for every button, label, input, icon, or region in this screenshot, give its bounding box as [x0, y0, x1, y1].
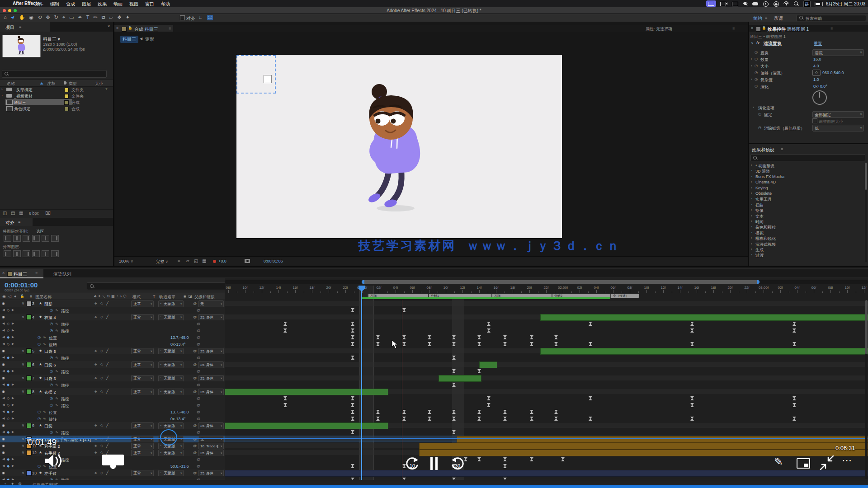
twirl-icon[interactable]: ›	[751, 202, 752, 206]
effects-category-Cinema 4D[interactable]: ›Cinema 4D	[749, 179, 864, 185]
mode-dropdown[interactable]: 正常∨	[131, 422, 154, 429]
keyframe-icon[interactable]	[452, 342, 456, 346]
shy-switch-icon[interactable]: ♣	[94, 376, 97, 380]
keyframe-toggle-icon[interactable]: ◇	[7, 342, 9, 346]
parent-dropdown[interactable]: 25. 身体∨	[198, 361, 224, 368]
graph-icon[interactable]: ∿	[55, 328, 58, 333]
stopwatch-icon[interactable]: ◷	[50, 356, 53, 360]
graph-icon[interactable]: ∿	[55, 322, 58, 326]
layer-colored-bar[interactable]	[419, 443, 868, 450]
property-row-路径[interactable]: ◀◇▶◷∿路径@	[0, 327, 868, 334]
menu-item-动画[interactable]: 动画	[113, 1, 123, 6]
effects-category-文本[interactable]: ›文本	[749, 213, 864, 219]
project-row-_视频素材[interactable]: ›_视频素材文件夹	[0, 93, 113, 99]
mode-dropdown[interactable]: 正常∨	[131, 300, 154, 307]
quality-switch-icon[interactable]: ╱	[106, 444, 108, 448]
effects-category-3D 通道[interactable]: ›3D 通道	[749, 168, 864, 174]
label-color-swatch[interactable]	[26, 389, 32, 394]
parent-dropdown[interactable]: 25. 身体∨	[198, 422, 224, 429]
timeline-tab-menu-icon[interactable]: ≡	[35, 271, 38, 276]
keyframe-icon[interactable]	[561, 457, 565, 461]
property-value[interactable]: 0x-13.4°	[170, 417, 186, 421]
quality-switch-icon[interactable]: ╱	[106, 315, 108, 319]
new-composition-icon[interactable]: ▦	[19, 211, 23, 216]
keyframe-icon[interactable]	[487, 322, 491, 326]
mode-dropdown[interactable]: 正常∨	[131, 389, 154, 395]
keyframe-icon[interactable]	[793, 403, 796, 407]
layer-duration-bar[interactable]	[225, 362, 868, 367]
shy-switch-icon[interactable]: ♣	[94, 349, 97, 353]
pickwhip-icon[interactable]: @	[197, 457, 200, 461]
label-color-swatch[interactable]	[64, 94, 69, 99]
keyframe-toggle-icon[interactable]: ◆	[7, 383, 9, 387]
region-of-interest-icon[interactable]: ◱	[194, 258, 198, 263]
effects-category-模糊和锐化[interactable]: ›模糊和锐化	[749, 235, 864, 241]
twirl-icon[interactable]: ›	[751, 230, 752, 235]
keyframe-icon[interactable]	[351, 403, 354, 407]
speaker-icon[interactable]	[43, 453, 67, 469]
keyframe-toggle-icon[interactable]: ◆	[7, 356, 9, 360]
prev-keyframe-icon[interactable]: ◀	[2, 457, 5, 461]
mode-dropdown[interactable]: 正常∨	[131, 470, 154, 477]
effects-category-Obsolete[interactable]: ›Obsolete	[749, 191, 864, 196]
keyframe-icon[interactable]	[690, 396, 694, 400]
label-color-swatch[interactable]	[64, 100, 69, 105]
keyframe-icon[interactable]	[351, 464, 354, 468]
track-matte-dropdown[interactable]: ◔无蒙版∨	[158, 348, 184, 355]
stopwatch-icon[interactable]: ◷	[758, 126, 761, 130]
keyframe-icon[interactable]	[589, 417, 592, 421]
user-account-icon[interactable]	[773, 0, 779, 7]
keyframe-icon[interactable]	[402, 410, 406, 414]
keyframe-toggle-icon[interactable]: ◆	[7, 430, 9, 434]
property-row-路径[interactable]: ◀◇▶◷∿路径@	[0, 395, 868, 402]
label-color-swatch[interactable]	[26, 450, 32, 455]
stopwatch-icon[interactable]: ◷	[755, 57, 758, 61]
label-color-swatch[interactable]	[64, 107, 69, 111]
layer-row-口袋 3[interactable]: ◉∨7★口袋 3♣◇╱正常∨◔无蒙版∨@25. 身体∨	[0, 375, 868, 381]
next-keyframe-icon[interactable]: ▶	[12, 328, 14, 332]
quality-switch-icon[interactable]: ╱	[106, 376, 108, 380]
keyframe-icon[interactable]	[452, 410, 456, 414]
align-button-5[interactable]	[51, 235, 59, 242]
property-value[interactable]: 50.8,-33.6	[170, 464, 189, 469]
transparency-grid-icon[interactable]: ▦	[202, 258, 206, 263]
quality-switch-icon[interactable]: ╱	[106, 349, 108, 353]
eye-icon[interactable]: ◉	[2, 444, 5, 448]
property-row-路径[interactable]: ◀◆▶◷∿路径@	[0, 368, 868, 375]
next-keyframe-icon[interactable]: ▶	[12, 403, 14, 407]
effects-category-实用工具[interactable]: ›实用工具	[749, 196, 864, 202]
bird-icon[interactable]	[742, 0, 748, 7]
search-icon[interactable]	[793, 0, 799, 7]
keyframe-icon[interactable]	[428, 335, 431, 339]
layer-colored-bar[interactable]	[225, 422, 388, 429]
layer-an​chor-handle[interactable]	[264, 75, 272, 83]
next-keyframe-icon[interactable]: ▶	[12, 410, 14, 413]
twirl-icon[interactable]: ›	[751, 186, 752, 190]
interpret-footage-icon[interactable]: ◫	[3, 211, 7, 216]
tool-9-icon[interactable]: ✒	[78, 14, 82, 20]
keyframe-icon[interactable]	[503, 464, 507, 468]
keyframe-icon[interactable]	[452, 335, 456, 339]
twirl-icon[interactable]: ›	[751, 219, 752, 223]
prev-keyframe-icon[interactable]: ◀	[2, 369, 5, 373]
layer-row-右手掌 2[interactable]: ◉∨11★右手掌 2♣◇╱正常∨◔无蒙版∨@10. Trace 右手1∨	[0, 442, 868, 449]
twirl-icon[interactable]: ›	[751, 64, 752, 68]
mode-dropdown[interactable]: 正常∨	[131, 348, 154, 355]
stopwatch-icon[interactable]: ◷	[755, 70, 758, 75]
keyframe-toggle-icon[interactable]: ◆	[7, 464, 9, 468]
project-row-科目三[interactable]: 科目三合成	[0, 99, 113, 105]
graph-icon[interactable]: ∿	[55, 356, 58, 360]
align-button-4[interactable]	[42, 235, 49, 242]
keyframe-icon[interactable]	[477, 369, 481, 373]
effect-row-大小[interactable]: ›◷大小4.0	[749, 63, 868, 69]
composition-panel-menu-icon[interactable]: ≡	[169, 26, 171, 31]
stopwatch-icon[interactable]: ◷	[38, 342, 41, 346]
stopwatch-icon[interactable]: ◷	[38, 410, 41, 414]
effect-row-置换[interactable]: ◷置换湍流∨	[749, 49, 868, 56]
project-bpc-button[interactable]: 8 bpc	[29, 211, 39, 216]
param-value[interactable]: 0x+0.0°	[813, 84, 827, 89]
menubar-clock[interactable]: 6月25日 周二 20:03	[826, 1, 865, 7]
properties-panel-menu-icon[interactable]: ≡	[732, 26, 735, 31]
keyframe-icon[interactable]	[452, 417, 456, 421]
twirl-icon[interactable]: ›	[1, 87, 3, 91]
